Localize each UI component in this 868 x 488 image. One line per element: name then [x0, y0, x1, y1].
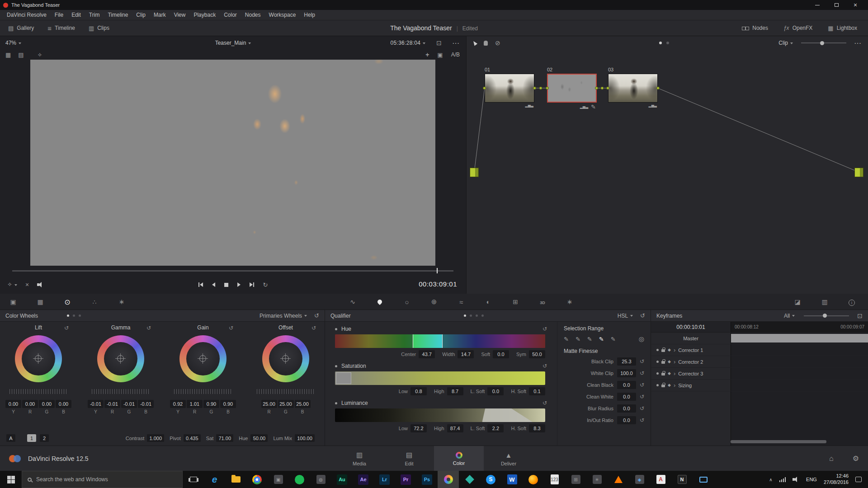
viewer-canvas[interactable]	[30, 60, 435, 266]
in-out-ratio-value[interactable]: 0.0	[617, 416, 636, 424]
enable-dot-icon[interactable]	[656, 349, 659, 351]
offset-wheel[interactable]	[262, 335, 309, 382]
wheels-reset-icon[interactable]	[314, 313, 319, 319]
hue-sym-value[interactable]: 50.0	[529, 350, 545, 358]
close-button[interactable]: ×	[846, 0, 865, 10]
master-track-bar[interactable]	[731, 334, 868, 343]
wheels-mode-dropdown[interactable]: Primaries Wheels	[259, 313, 307, 319]
saturation-range-strip[interactable]	[335, 371, 545, 385]
node-output-port[interactable]	[595, 87, 598, 90]
sat-lsoft-value[interactable]: 0.0	[487, 387, 504, 395]
enable-dot-icon[interactable]	[656, 361, 659, 363]
corrector-node-2-selected[interactable]: 02	[547, 67, 597, 110]
node-output-port[interactable]	[656, 87, 660, 90]
motion-effects-icon[interactable]	[116, 298, 127, 306]
menu-edit[interactable]: Edit	[67, 12, 85, 18]
node-output-block[interactable]	[854, 168, 863, 177]
viewer-split-icon[interactable]	[18, 52, 24, 58]
lift-g-value[interactable]: 0.00	[39, 400, 55, 408]
lock-icon[interactable]	[661, 385, 665, 387]
key-output-icon[interactable]	[792, 298, 803, 305]
enable-dot-icon[interactable]	[656, 384, 659, 386]
clean-white-reset-icon[interactable]	[640, 394, 644, 400]
wheels-page-dot-2[interactable]	[73, 314, 75, 317]
language-indicator[interactable]: ENG	[806, 477, 817, 482]
audio-mute-icon[interactable]	[37, 282, 44, 288]
clean-white-value[interactable]: 0.0	[617, 393, 636, 401]
blur-radius-value[interactable]: 0.0	[617, 404, 636, 413]
utility-app-5[interactable]: ◈	[629, 471, 650, 488]
project-manager-icon[interactable]	[829, 455, 834, 462]
color-wheels-icon[interactable]	[62, 298, 73, 306]
tracker-icon[interactable]	[429, 298, 439, 306]
blur-radius-reset-icon[interactable]	[640, 405, 644, 412]
clips-button[interactable]: Clips	[89, 25, 109, 31]
network-icon[interactable]	[779, 477, 786, 482]
keyframe-row-sizing[interactable]: Sizing	[651, 380, 868, 391]
playhead[interactable]	[437, 268, 438, 273]
luminance-range-strip[interactable]	[335, 408, 545, 422]
saturation-enable-dot[interactable]	[335, 365, 337, 367]
lum-mix-value[interactable]: 100.00	[295, 434, 315, 442]
gain-r-value[interactable]: 1.01	[187, 400, 203, 408]
lift-r-value[interactable]: 0.00	[22, 400, 38, 408]
lift-b-value[interactable]: 0.00	[56, 400, 71, 408]
qualifier-page-dot-1[interactable]	[464, 314, 466, 317]
gamma-wheel[interactable]	[97, 335, 144, 382]
lift-y-value[interactable]: 0.00	[5, 400, 21, 408]
luminance-enable-dot[interactable]	[335, 402, 337, 404]
unmix-icon[interactable]	[25, 282, 29, 288]
keyframes-scrollbar[interactable]	[731, 440, 826, 443]
lock-icon[interactable]	[661, 349, 665, 352]
keyframe-row-master[interactable]: Master	[651, 333, 868, 344]
expand-chevron-icon[interactable]	[674, 359, 675, 365]
menu-view[interactable]: View	[170, 12, 190, 18]
menu-clip[interactable]: Clip	[132, 12, 150, 18]
node-zoom-slider[interactable]	[801, 42, 846, 43]
go-to-first-frame-button[interactable]	[198, 282, 203, 287]
camera-raw-icon[interactable]	[8, 298, 19, 305]
keyframes-zoom-slider[interactable]	[804, 315, 849, 316]
keyframe-diamond-icon[interactable]	[668, 371, 671, 375]
curves-icon[interactable]	[347, 298, 358, 305]
picker-subtract-icon[interactable]	[587, 336, 592, 342]
keyframe-diamond-icon[interactable]	[668, 348, 671, 352]
offset-r-value[interactable]: 25.00	[261, 400, 277, 408]
saturation-reset-icon[interactable]	[542, 363, 547, 369]
maya-app[interactable]	[459, 471, 480, 488]
keyframe-ruler[interactable]: 00:00:08:12 00:00:09:07	[731, 322, 868, 332]
pan-tool-icon[interactable]	[484, 41, 488, 46]
lum-lsoft-value[interactable]: 2.2	[487, 424, 504, 432]
stop-button[interactable]	[224, 283, 228, 287]
page-deliver[interactable]: ▲Deliver	[484, 446, 533, 471]
enhanced-viewer-icon[interactable]	[436, 40, 442, 46]
wheel-page-1-button[interactable]: 1	[27, 434, 36, 442]
lift-wheel[interactable]	[15, 335, 62, 382]
node-page-dot-1[interactable]	[659, 42, 662, 44]
softness-subtract-icon[interactable]	[611, 336, 616, 342]
file-explorer-app[interactable]	[225, 471, 246, 488]
gain-b-value[interactable]: 0.90	[220, 400, 236, 408]
gamma-r-value[interactable]: -0.01	[104, 400, 120, 408]
selection-tool-icon[interactable]	[472, 40, 477, 46]
gamma-master-wheel[interactable]	[92, 389, 150, 394]
effects-library-icon[interactable]	[564, 298, 575, 306]
lock-icon[interactable]	[661, 361, 665, 364]
expand-chevron-icon[interactable]	[674, 371, 675, 376]
auto-balance-button[interactable]: A	[6, 434, 15, 442]
menu-help[interactable]: Help	[300, 12, 319, 18]
calculator-app[interactable]: 123	[544, 471, 565, 488]
utility-app-3[interactable]: ⊞	[565, 471, 586, 488]
vlc-app[interactable]	[608, 471, 629, 488]
lum-high-value[interactable]: 87.4	[447, 424, 463, 432]
menu-playback[interactable]: Playback	[189, 12, 220, 18]
node-options-icon[interactable]	[854, 40, 862, 46]
sat-value[interactable]: 71.00	[216, 434, 233, 442]
black-clip-reset-icon[interactable]	[640, 358, 644, 365]
luminance-reset-icon[interactable]	[542, 400, 547, 406]
node-input-port[interactable]	[606, 87, 609, 90]
picker-add-icon[interactable]	[576, 336, 580, 342]
edge-app[interactable]: e	[204, 471, 225, 488]
node-thumbnail[interactable]	[485, 74, 534, 103]
clean-black-reset-icon[interactable]	[640, 382, 644, 388]
